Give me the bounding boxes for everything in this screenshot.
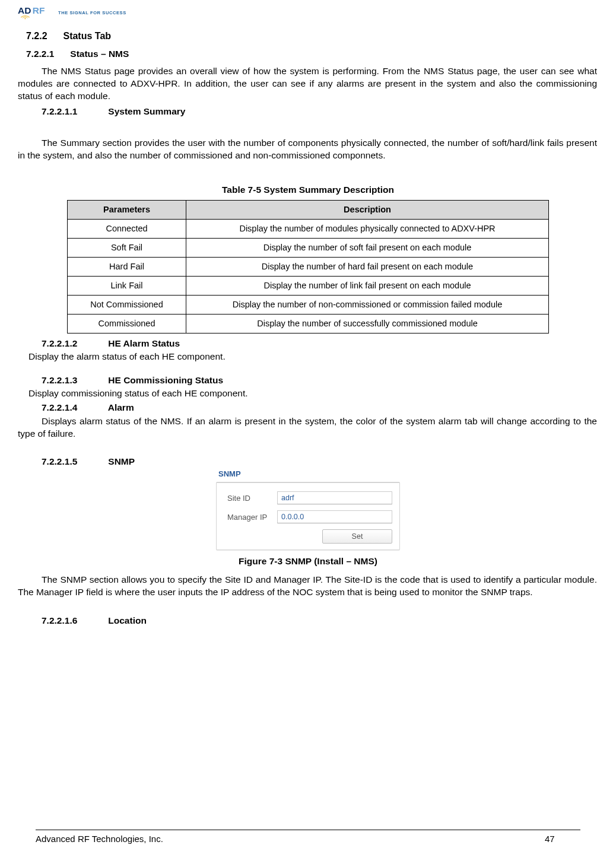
heading-7-2-2-1-1: 7.2.2.1.1 System Summary	[42, 106, 598, 117]
cell-param: Not Commissioned	[68, 295, 186, 314]
cell-param: Link Fail	[68, 276, 186, 295]
adrf-logo-icon: AD RF	[18, 5, 55, 20]
heading-title: System Summary	[108, 106, 185, 116]
svg-point-2	[24, 18, 26, 19]
table-row: Link Fail Display the number of link fai…	[68, 276, 549, 295]
paragraph-he-alarm: Display the alarm status of each HE comp…	[28, 351, 598, 362]
snmp-card: Site ID Manager IP Set	[216, 482, 400, 550]
snmp-manager-ip-input[interactable]	[277, 510, 392, 523]
heading-title: Status – NMS	[70, 49, 129, 59]
table-row: Commissioned Display the number of succe…	[68, 314, 549, 333]
header-logo-row: AD RF THE SIGNAL FOR SUCCESS	[18, 5, 598, 20]
cell-param: Hard Fail	[68, 257, 186, 276]
paragraph-he-commissioning: Display commissioning status of each HE …	[28, 388, 598, 399]
table-header-parameters: Parameters	[68, 200, 186, 219]
cell-desc: Display the number of soft fail present …	[186, 238, 549, 257]
heading-title: Status Tab	[63, 31, 111, 41]
heading-number: 7.2.2.1.6	[42, 615, 106, 626]
heading-title: SNMP	[108, 456, 135, 466]
snmp-site-id-label: Site ID	[227, 494, 274, 503]
table-caption: Table 7-5 System Summary Description	[18, 185, 598, 195]
cell-desc: Display the number of successfully commi…	[186, 314, 549, 333]
snmp-site-id-input[interactable]	[277, 491, 392, 504]
cell-desc: Display the number of hard fail present …	[186, 257, 549, 276]
cell-desc: Display the number of link fail present …	[186, 276, 549, 295]
heading-7-2-2-1-4: 7.2.2.1.4 Alarm	[42, 402, 598, 413]
footer-company: Advanced RF Technologies, Inc.	[36, 834, 545, 844]
snmp-panel-title: SNMP	[218, 469, 400, 478]
cell-desc: Display the number of modules physically…	[186, 219, 549, 238]
header-tagline: THE SIGNAL FOR SUCCESS	[58, 10, 126, 15]
paragraph-summary: The Summary section provides the user wi…	[18, 137, 598, 162]
paragraph-alarm: Displays alarm status of the NMS. If an …	[18, 415, 598, 440]
system-summary-table: Parameters Description Connected Display…	[67, 200, 549, 333]
heading-number: 7.2.2.1.5	[42, 456, 106, 467]
paragraph-nms: The NMS Status page provides an overall …	[18, 65, 598, 103]
heading-number: 7.2.2.1.3	[42, 375, 106, 386]
cell-param: Soft Fail	[68, 238, 186, 257]
cell-param: Connected	[68, 219, 186, 238]
cell-desc: Display the number of non-commissioned o…	[186, 295, 549, 314]
snmp-manager-ip-label: Manager IP	[227, 513, 274, 522]
svg-text:RF: RF	[33, 5, 45, 15]
heading-7-2-2-1-2: 7.2.2.1.2 HE Alarm Status	[42, 338, 598, 349]
table-header-description: Description	[186, 200, 549, 219]
cell-param: Commissioned	[68, 314, 186, 333]
heading-number: 7.2.2.1.2	[42, 338, 106, 349]
figure-caption: Figure 7-3 SNMP (Install – NMS)	[18, 556, 598, 567]
heading-title: HE Alarm Status	[108, 338, 180, 348]
heading-7-2-2-1: 7.2.2.1 Status – NMS	[26, 49, 598, 59]
heading-number: 7.2.2.1.1	[42, 106, 106, 117]
heading-7-2-2: 7.2.2 Status Tab	[26, 31, 598, 42]
table-row: Soft Fail Display the number of soft fai…	[68, 238, 549, 257]
svg-text:AD: AD	[18, 5, 31, 15]
snmp-panel: SNMP Site ID Manager IP Set	[216, 469, 400, 550]
paragraph-snmp: The SNMP section allows you to specify t…	[18, 574, 598, 599]
heading-7-2-2-1-6: 7.2.2.1.6 Location	[42, 615, 598, 626]
heading-title: HE Commissioning Status	[108, 375, 223, 385]
footer-page-number: 47	[545, 834, 580, 844]
table-row: Connected Display the number of modules …	[68, 219, 549, 238]
heading-title: Alarm	[108, 402, 134, 412]
heading-number: 7.2.2.1.4	[42, 402, 106, 413]
table-row: Hard Fail Display the number of hard fai…	[68, 257, 549, 276]
page-footer: Advanced RF Technologies, Inc. 47	[36, 830, 580, 844]
snmp-set-button[interactable]: Set	[322, 529, 392, 544]
table-row: Not Commissioned Display the number of n…	[68, 295, 549, 314]
heading-7-2-2-1-3: 7.2.2.1.3 HE Commissioning Status	[42, 375, 598, 386]
heading-7-2-2-1-5: 7.2.2.1.5 SNMP	[42, 456, 598, 467]
heading-number: 7.2.2.1	[26, 49, 68, 59]
heading-title: Location	[108, 615, 147, 625]
heading-number: 7.2.2	[26, 31, 61, 42]
